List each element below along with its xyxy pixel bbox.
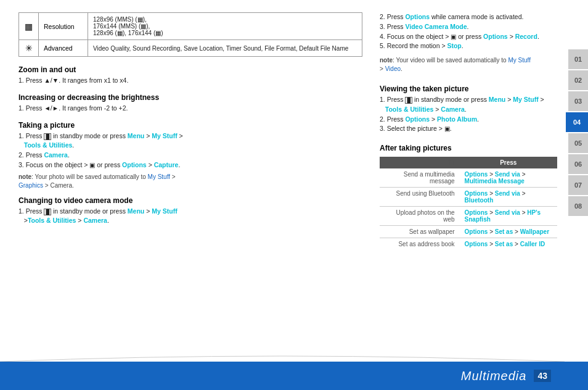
right-content: 2. Press Options while camera mode is ac…: [374, 0, 565, 390]
page-container: ▦ Resolution 128x96 (MMS) (▦),176x144 (M…: [0, 0, 588, 390]
table-row: Upload photos on the web Options > Send …: [380, 207, 557, 226]
zoom-body: 1. Press ▲/▼. It ranges from x1 to x4.: [18, 76, 362, 86]
table-row: ✳ Advanced Video Quality, Sound Recordin…: [19, 40, 362, 57]
tab-07[interactable]: 07: [568, 175, 588, 195]
video-heading: Changing to video camera mode: [18, 196, 362, 205]
table-row: Send using Bluetooth Options > Send via …: [380, 188, 557, 207]
table-row: Set as wallpaper Options > Set as > Wall…: [380, 226, 557, 238]
action-cell: Set as wallpaper: [380, 226, 460, 238]
viewing-heading: Viewing the taken picture: [380, 85, 557, 93]
action-cell: Send using Bluetooth: [380, 188, 460, 207]
bottom-bar-page: 43: [534, 370, 551, 382]
action-cell: Set as address book: [380, 238, 460, 251]
brightness-body: 1. Press ◄/►. It ranges from -2 to +2.: [18, 104, 362, 114]
tab-06[interactable]: 06: [568, 154, 588, 174]
advanced-icon-cell: ✳: [19, 40, 39, 57]
press-cell: Options > Send via > HP's Snapfish: [460, 207, 557, 226]
tab-01[interactable]: 01: [568, 49, 588, 69]
picture-note: note: Your photo will be saved automatic…: [18, 173, 362, 190]
tab-04[interactable]: 04: [566, 112, 588, 132]
action-cell: Send a multimedia message: [380, 168, 460, 188]
resolution-value: 128x96 (MMS) (▦),176x144 (MMS) (▦),128x9…: [88, 13, 362, 40]
table-row: ▦ Resolution 128x96 (MMS) (▦),176x144 (M…: [19, 13, 362, 40]
tab-02[interactable]: 02: [568, 70, 588, 90]
tab-05[interactable]: 05: [568, 133, 588, 153]
specs-table: ▦ Resolution 128x96 (MMS) (▦),176x144 (M…: [18, 12, 362, 57]
resolution-icon-cell: ▦: [19, 13, 39, 40]
bottom-bar-label: Multimedia: [461, 369, 527, 383]
action-cell: Upload photos on the web: [380, 207, 460, 226]
curve-divider: [0, 351, 565, 362]
brightness-heading: Increasing or decreasing the brightness: [18, 93, 362, 102]
table-header-row: To Press: [380, 157, 557, 168]
video-steps: 2. Press Options while camera mode is ac…: [380, 12, 557, 51]
tab-sidebar: 01 02 03 04 05 06 07 08: [565, 0, 588, 390]
bottom-bar: Multimedia 43: [0, 362, 588, 390]
video-body: 1. Press █ in standby mode or press Menu…: [18, 207, 362, 226]
picture-heading: Taking a picture: [18, 121, 362, 130]
viewing-steps: 1. Press █ in standby mode or press Menu…: [380, 95, 557, 134]
action-table: To Press Send a multimedia message Optio…: [380, 157, 557, 250]
tab-03[interactable]: 03: [568, 91, 588, 111]
picture-body: 1. Press █ in standby mode or press Menu…: [18, 131, 362, 170]
advanced-label: Advanced: [39, 40, 88, 57]
press-header: Press: [460, 157, 557, 168]
table-row: Set as address book Options > Set as > C…: [380, 238, 557, 251]
viewing-section: Viewing the taken picture 1. Press █ in …: [380, 78, 557, 138]
press-cell: Options > Send via > Multimedia Message: [460, 168, 557, 188]
press-cell: Options > Set as > Caller ID: [460, 238, 557, 251]
press-cell: Options > Send via > Bluetooth: [460, 188, 557, 207]
after-heading: After taking pictures: [380, 144, 557, 152]
to-header: To: [380, 157, 460, 168]
zoom-heading: Zoom in and out: [18, 65, 362, 74]
left-content: ▦ Resolution 128x96 (MMS) (▦),176x144 (M…: [0, 0, 374, 390]
press-cell: Options > Set as > Wallpaper: [460, 226, 557, 238]
advanced-value: Video Quality, Sound Recording, Save Loc…: [88, 40, 362, 57]
video-note: note: Your video will be saved automatic…: [380, 56, 557, 73]
tab-08[interactable]: 08: [568, 196, 588, 216]
table-row: Send a multimedia message Options > Send…: [380, 168, 557, 188]
resolution-label: Resolution: [39, 13, 88, 40]
